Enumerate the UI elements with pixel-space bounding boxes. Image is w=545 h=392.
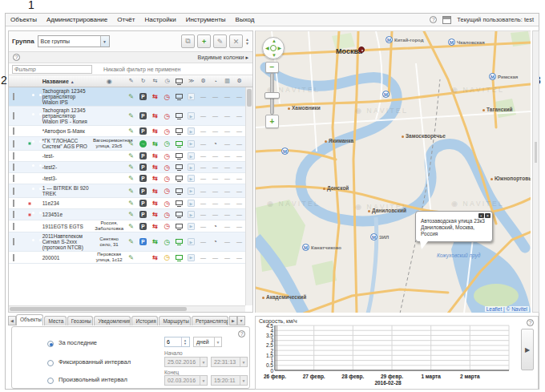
start-time-field[interactable]: 22:31:13 ▼ [211, 357, 248, 367]
popup-close-icon[interactable]: × [485, 213, 490, 218]
map-pan-control[interactable]: ▲ ▼ ◀ ▶ [262, 37, 285, 59]
radio-custom-interval[interactable] [47, 378, 54, 384]
help-icon[interactable]: ? [238, 330, 245, 337]
tab-Ретрансляторы[interactable]: Ретрансляторы [192, 316, 228, 325]
unit-row[interactable]: -test-✎P⇆◷▶———— [9, 151, 245, 162]
quick-track-icon[interactable]: ▶ [188, 140, 195, 148]
radio-last-period[interactable] [47, 341, 54, 347]
quick-track-icon[interactable]: ▶ [188, 93, 195, 100]
edit-icon[interactable]: ✎ [128, 254, 134, 261]
panel-splitter[interactable] [532, 30, 539, 313]
vertical-scrollbar-thumb[interactable] [247, 89, 252, 107]
pan-down-icon[interactable]: ▼ [272, 53, 277, 58]
edit-icon[interactable]: ✎ [128, 140, 134, 148]
name-column-header[interactable]: Название ▲ [41, 79, 94, 84]
unit-checkbox[interactable] [13, 200, 14, 207]
edit-icon[interactable]: ✎ [128, 211, 134, 218]
edit-group-button[interactable]: ✎ [213, 34, 227, 48]
location-column-header[interactable]: ◉ [93, 78, 125, 85]
unit-checkbox[interactable] [13, 152, 14, 160]
unit-checkbox[interactable] [13, 223, 14, 230]
unit-row[interactable]: -test3-✎P⇆◷▶———— [9, 173, 245, 184]
quick-track-icon[interactable]: ▶ [188, 164, 195, 171]
tab-Объекты[interactable]: Объекты [16, 314, 43, 325]
help-icon[interactable]: ? [13, 54, 20, 61]
unit-checkbox[interactable] [13, 93, 14, 100]
calendar-icon[interactable] [442, 16, 451, 24]
map-canvas[interactable]: ◉ NAVITEL ◉ NAVITEL ◉ NAVITEL ◉ NAVITEL … [255, 30, 531, 313]
unit-checkbox[interactable] [13, 254, 14, 261]
horizontal-scrollbar-thumb[interactable] [10, 307, 187, 311]
quick-track-icon[interactable]: ▶ [188, 211, 195, 218]
edit-icon[interactable]: ✎ [128, 223, 134, 230]
edit-icon[interactable]: ✎ [128, 112, 134, 119]
stepper-arrows-icon[interactable]: ▲▼ [181, 337, 188, 346]
unit-row[interactable]: 2011Навтелеком Сигнал S-2xxx (протокол N… [9, 232, 245, 252]
edit-icon[interactable]: ✎ [128, 152, 134, 160]
chart-play-button[interactable]: ▶ [521, 329, 534, 370]
messages-column-header[interactable]: ⇆ [149, 78, 161, 84]
chevron-down-icon[interactable]: ▼ [100, 36, 109, 46]
group-select[interactable]: Все группы ▼ [38, 35, 110, 47]
tab-Маршруты[interactable]: Маршруты [159, 316, 191, 325]
end-time-field[interactable]: 15:20:11 ▼ [211, 375, 248, 386]
edit-icon[interactable]: ✎ [128, 175, 134, 182]
edit-icon[interactable]: ✎ [128, 238, 134, 245]
tab-История[interactable]: История [131, 316, 158, 325]
unit-checkbox[interactable] [13, 188, 14, 195]
edit-icon[interactable]: ✎ [128, 93, 134, 100]
tab-Геозоны[interactable]: Геозоны [67, 316, 94, 325]
map-attribution[interactable]: Leaflet | © Navitel [485, 306, 529, 312]
edit-icon[interactable]: ✎ [128, 200, 134, 207]
copy-group-button[interactable]: ⧉ [181, 34, 195, 48]
edit-icon[interactable]: ✎ [128, 164, 134, 171]
menu-item-tools[interactable]: Инструменты [181, 16, 231, 23]
end-date-field[interactable]: 02.03.2016 ▼ [164, 375, 208, 386]
sensors-column-header[interactable]: ◔ [209, 79, 221, 84]
delete-group-button[interactable]: ✕ [229, 34, 243, 48]
quick-track-icon[interactable]: ▶ [188, 127, 195, 135]
unit-row[interactable]: 11e234✎P⇆◷▶———— [9, 198, 245, 209]
group-toolbar-scroll[interactable]: ▲▼ [245, 38, 249, 46]
last-unit-select[interactable]: дней ▼ [193, 337, 222, 347]
pan-center-icon[interactable] [270, 45, 277, 51]
edit-icon[interactable]: ✎ [128, 188, 134, 195]
start-date-field[interactable]: 25.02.2016 ▼ [164, 357, 208, 367]
zoom-out-button[interactable]: − [265, 62, 279, 73]
horizontal-scrollbar[interactable] [9, 305, 245, 312]
unit-row[interactable]: 1 --- BITREK BI 920 TREK✎P⇆◷▶———— [9, 184, 245, 198]
visible-columns-link[interactable]: Видимые колонки ▸ [198, 55, 249, 61]
add-group-button[interactable]: + [197, 34, 211, 48]
zoom-in-button[interactable]: + [265, 115, 279, 128]
zoom-slider-handle[interactable] [264, 92, 280, 99]
unit-checkbox[interactable] [13, 140, 14, 148]
quick-track-icon[interactable]: ▶ [188, 223, 195, 230]
quick-track-icon[interactable]: ▶ [188, 254, 195, 261]
unit-checkbox[interactable] [13, 127, 14, 135]
menu-item-administration[interactable]: Администрирование [42, 16, 112, 23]
quick-track-icon[interactable]: ▶ [188, 238, 195, 245]
unit-row[interactable]: Tachograph 12345 ретранслятор Wialon IPS… [9, 87, 245, 107]
tabs-scroll-right-icon[interactable]: ▶ [229, 316, 237, 325]
last-value-stepper[interactable]: ▲▼ [164, 337, 190, 347]
menu-item-logout[interactable]: Выход [231, 16, 260, 23]
popup-pin-icon[interactable]: ▪ [478, 213, 484, 218]
unit-checkbox[interactable] [13, 238, 14, 245]
quick-track-column-header[interactable]: ≫ [185, 78, 197, 84]
quick-track-icon[interactable]: ▶ [188, 200, 195, 207]
filter-input[interactable] [12, 65, 92, 74]
unit-checkbox[interactable] [13, 164, 14, 171]
commands-column-header[interactable]: ⚙ [197, 78, 209, 84]
quick-track-icon[interactable]: ▶ [188, 152, 195, 160]
edit-icon[interactable]: ✎ [128, 127, 134, 135]
unit-checkbox[interactable] [13, 175, 14, 182]
tabs-scroll-left-icon[interactable]: ◀ [8, 316, 16, 325]
help-icon[interactable]: ? [527, 319, 534, 326]
last-message-interval-column-header[interactable]: ◷ [161, 78, 173, 84]
unit-row[interactable]: 123451e✎P⇆◷▶———— [9, 209, 245, 220]
menu-item-settings[interactable]: Настройки [139, 16, 180, 23]
fuel-column-header[interactable]: ▥ [221, 78, 233, 84]
unit-checkbox[interactable] [13, 211, 14, 218]
edit-column-header[interactable]: ✎ [125, 78, 137, 84]
unit-row[interactable]: Tachograph 12345 ретранслятор Wialon IPS… [9, 107, 245, 126]
